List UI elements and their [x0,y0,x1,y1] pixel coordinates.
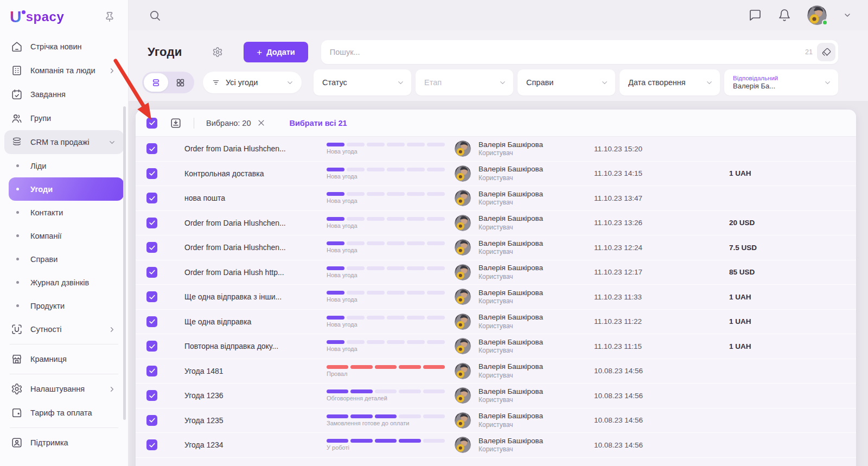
table-row[interactable]: Угода 1236Обговорення деталейВалерія Баш… [136,384,856,408]
row-checkbox[interactable] [146,390,157,401]
row-checkbox[interactable] [146,291,157,302]
sidebar-item-tasks[interactable]: Завдання [4,82,124,106]
deal-name[interactable]: Order from Daria Hlush http... [184,268,327,277]
sidebar-item-tariff[interactable]: Тариф та оплата [4,401,124,425]
select-all-checkbox[interactable] [146,118,157,129]
sidebar-item-call-log[interactable]: Журнал дзвінків [9,271,124,294]
owner-name: Валерія Башкірова [478,288,543,298]
sidebar-item-leads[interactable]: Ліди [9,154,124,177]
created-date: 11.10.23 12:24 [594,244,729,252]
stage-cell: У роботі [327,439,455,451]
sidebar-item-support[interactable]: Підтримка [4,431,124,455]
page-header: Угоди + Додати 21 [128,30,868,101]
sidebar-item-feed[interactable]: Стрічка новин [4,35,124,59]
owner-avatar [455,338,471,354]
table-row[interactable]: Угода 1234У роботіВалерія БашкіроваКорис… [136,433,856,458]
owner-role: Користувач [478,149,543,158]
clear-selection-close-icon[interactable] [257,119,265,127]
row-checkbox[interactable] [146,415,157,426]
chevron-down-icon [286,79,294,87]
stage-segment [427,192,445,196]
stage-segment [423,439,445,443]
sidebar-item-companies[interactable]: Компанії [9,224,124,247]
search-input[interactable] [330,48,805,56]
user-avatar[interactable] [807,5,827,25]
stage-cell: Нова угода [327,340,455,352]
list-settings-gear-icon[interactable] [212,47,223,58]
deal-name[interactable]: Угода 1234 [184,441,327,449]
stage-segment [327,241,344,245]
stage-progress-bar [327,439,445,443]
row-checkbox[interactable] [146,316,157,327]
row-checkbox[interactable] [146,143,157,154]
stage-segment [347,266,365,270]
table-row[interactable]: Order from Daria Hlushchen...Нова угодаВ… [136,235,856,260]
stage-segment [423,365,445,369]
table-row[interactable]: Повторна відправка доку...Нова угодаВале… [136,334,856,359]
sidebar-item-settings[interactable]: Налаштування [4,377,124,401]
pin-sidebar-icon[interactable] [104,11,115,22]
export-icon[interactable] [170,117,182,129]
table-row[interactable]: Ще одна відправка з інши...Нова угодаВал… [136,285,856,310]
sidebar-item-contacts[interactable]: Контакти [9,201,124,224]
table-row[interactable]: нова поштаНова угодаВалерія БашкіроваКор… [136,186,856,211]
table-row[interactable]: Угода 1235Замовлення готове до оплатиВал… [136,408,856,433]
filter-responsible-dropdown[interactable]: Відповідальний Валерія Ба... [724,69,838,95]
table-row[interactable]: Угода 1481ПровалВалерія БашкіроваКористу… [136,359,856,384]
sidebar-item-crm[interactable]: CRM та продажі [4,130,124,154]
deal-name[interactable]: Угода 1481 [184,367,327,375]
filter-activities-dropdown[interactable]: Справи [518,69,615,95]
grid-view-button[interactable] [168,73,193,92]
sidebar-item-label: Налаштування [30,385,85,393]
row-checkbox[interactable] [146,168,157,179]
saved-filter-dropdown[interactable]: Усі угоди [203,72,302,93]
table-row[interactable]: Order from Daria Hlush http...Нова угода… [136,260,856,285]
deal-name[interactable]: Order from Daria Hlushchen... [184,144,327,153]
uspacy-logo[interactable]: U spacy [10,9,64,25]
row-checkbox[interactable] [146,439,157,450]
deal-name[interactable]: Order from Daria Hlushchen... [184,243,327,252]
filter-created-date-dropdown[interactable]: Дата створення [620,69,720,95]
deal-name[interactable]: Контрольная доставка [184,169,327,178]
sidebar-item-store[interactable]: Крамниця [4,347,124,371]
list-view-button[interactable] [144,73,168,92]
table-row[interactable]: Order from Daria Hlushchen...Нова угодаВ… [136,137,856,162]
clear-search-eraser-icon[interactable] [817,43,835,61]
owner-avatar [455,215,471,231]
bullet-icon [16,164,19,167]
chat-icon[interactable] [749,9,762,22]
global-search-icon[interactable] [149,9,161,22]
sidebar-scrollbar[interactable] [123,106,126,420]
row-checkbox[interactable] [146,341,157,352]
deal-name[interactable]: Ще одна відправка з інши... [184,292,327,301]
sidebar-item-entities[interactable]: Сутності [4,317,124,341]
sidebar-item-products[interactable]: Продукти [9,294,124,317]
deal-name[interactable]: Order from Daria Hlushchen... [184,219,327,227]
filter-status-dropdown[interactable]: Статус [314,69,411,95]
filter-stage-dropdown[interactable]: Етап [416,69,513,95]
deal-name[interactable]: Угода 1236 [184,391,327,400]
table-row-partial [136,458,856,466]
stage-segment [399,390,420,393]
table-row[interactable]: Order from Daria Hlushchen...Нова угодаВ… [136,211,856,236]
table-row[interactable]: Контрольная доставкаНова угодаВалерія Ба… [136,162,856,187]
row-checkbox[interactable] [146,193,157,203]
row-checkbox[interactable] [146,366,157,376]
deal-name[interactable]: Повторна відправка доку... [184,342,327,350]
deal-name[interactable]: нова пошта [184,194,327,202]
sidebar-item-deals[interactable]: Угоди [9,177,124,201]
profile-chevron-down-icon[interactable] [843,11,852,20]
row-checkbox[interactable] [146,242,157,253]
deal-name[interactable]: Ще одна відправка [184,317,327,326]
bell-icon[interactable] [778,9,791,22]
deal-name[interactable]: Угода 1235 [184,416,327,425]
sidebar-item-company[interactable]: Компанія та люди [4,59,124,82]
row-checkbox[interactable] [146,218,157,228]
select-all-link[interactable]: Вибрати всі 21 [289,119,347,127]
sidebar-item-groups[interactable]: Групи [4,106,124,130]
add-deal-button[interactable]: + Додати [244,42,308,62]
table-row[interactable]: Ще одна відправкаНова угодаВалерія Башкі… [136,310,856,335]
row-checkbox[interactable] [146,267,157,278]
stage-segment [327,266,344,270]
sidebar-item-activities[interactable]: Справи [9,247,124,271]
